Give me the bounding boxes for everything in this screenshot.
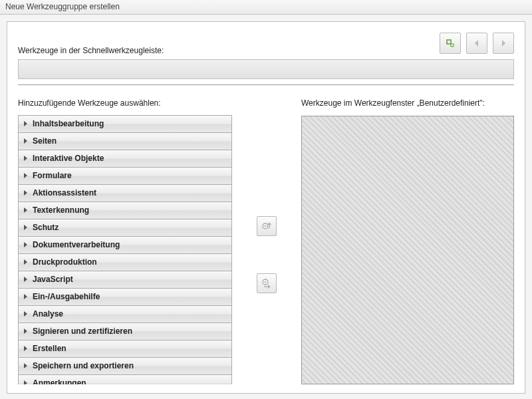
category-label: Erstellen xyxy=(33,344,66,353)
category-label: Analyse xyxy=(33,309,63,319)
chevron-right-icon xyxy=(24,311,27,317)
category-item[interactable]: Analyse xyxy=(18,306,232,323)
chevron-right-icon xyxy=(24,294,27,299)
prev-button[interactable] xyxy=(466,33,487,54)
category-label: Druckproduktion xyxy=(33,257,97,267)
transfer-column xyxy=(232,98,301,384)
category-item[interactable]: Schutz xyxy=(18,219,232,237)
svg-marker-5 xyxy=(502,40,505,47)
category-label: Signieren und zertifizieren xyxy=(33,327,132,336)
category-label: Inhaltsbearbeitung xyxy=(33,119,104,128)
chevron-right-icon xyxy=(24,329,27,334)
category-item[interactable]: Erstellen xyxy=(18,340,232,358)
category-item[interactable]: Speichern und exportieren xyxy=(18,358,232,375)
move-up-button[interactable] xyxy=(257,216,277,236)
category-label: Aktionsassistent xyxy=(33,188,96,198)
quickbar-strip xyxy=(18,59,514,79)
available-tools-heading: Hinzuzufügende Werkzeuge auswählen: xyxy=(18,98,232,108)
chevron-right-icon xyxy=(24,225,27,230)
category-item[interactable]: Signieren und zertifizieren xyxy=(18,323,232,340)
chevron-right-icon xyxy=(24,380,27,384)
category-label: Dokumentverarbeitung xyxy=(33,240,120,249)
category-item[interactable]: Seiten xyxy=(18,133,232,150)
category-label: Ein-/Ausgabehilfe xyxy=(33,292,100,301)
chevron-right-icon xyxy=(24,121,27,126)
chevron-right-icon xyxy=(24,363,27,368)
category-item[interactable]: Formulare xyxy=(18,168,232,185)
category-list: InhaltsbearbeitungSeitenInteraktive Obje… xyxy=(18,115,232,384)
category-label: Speichern und exportieren xyxy=(33,361,134,370)
svg-marker-4 xyxy=(475,40,478,47)
chevron-right-icon xyxy=(24,242,27,247)
svg-rect-0 xyxy=(447,40,451,44)
separator xyxy=(18,84,514,85)
next-button[interactable] xyxy=(493,33,514,54)
dialog-panel: Werkzeuge in der Schnellwerkzeugleiste: xyxy=(7,21,525,394)
category-label: JavaScript xyxy=(33,275,73,284)
category-label: Schutz xyxy=(33,223,59,232)
category-item[interactable]: Inhaltsbearbeitung xyxy=(18,116,232,133)
category-item[interactable]: JavaScript xyxy=(18,271,232,289)
category-label: Texterkennung xyxy=(33,205,89,215)
category-label: Seiten xyxy=(33,136,57,146)
category-item[interactable]: Anmerkungen xyxy=(18,375,232,384)
category-item[interactable]: Druckproduktion xyxy=(18,254,232,271)
available-tools-column: Hinzuzufügende Werkzeuge auswählen: Inha… xyxy=(18,98,232,384)
target-tools-heading: Werkzeuge im Werkzeugfenster „Benutzerde… xyxy=(301,98,514,109)
category-label: Formulare xyxy=(33,171,72,180)
chevron-right-icon xyxy=(24,156,27,161)
chevron-right-icon xyxy=(24,190,27,196)
window-title: Neue Werkzeuggruppe erstellen xyxy=(5,2,120,11)
category-item[interactable]: Interaktive Objekte xyxy=(18,150,232,168)
window-body: Werkzeuge in der Schnellwerkzeugleiste: xyxy=(0,15,532,399)
add-to-quickbar-button[interactable] xyxy=(440,33,461,54)
window-titlebar: Neue Werkzeuggruppe erstellen xyxy=(0,0,532,15)
category-label: Anmerkungen xyxy=(33,378,86,384)
chevron-right-icon xyxy=(24,207,27,213)
category-label: Interaktive Objekte xyxy=(33,154,104,163)
category-item[interactable]: Texterkennung xyxy=(18,202,232,219)
chevron-right-icon xyxy=(24,138,27,144)
category-item[interactable]: Ein-/Ausgabehilfe xyxy=(18,289,232,306)
chevron-right-icon xyxy=(24,277,27,282)
chevron-right-icon xyxy=(24,173,27,178)
category-item[interactable]: Aktionsassistent xyxy=(18,185,232,202)
chevron-right-icon xyxy=(24,259,27,265)
quickbar-label: Werkzeuge in der Schnellwerkzeugleiste: xyxy=(18,30,434,55)
category-item[interactable]: Dokumentverarbeitung xyxy=(18,237,232,254)
target-tools-column: Werkzeuge im Werkzeugfenster „Benutzerde… xyxy=(301,98,514,384)
move-right-button[interactable] xyxy=(257,273,277,293)
target-tools-dropzone[interactable] xyxy=(301,116,514,384)
chevron-right-icon xyxy=(24,346,27,351)
